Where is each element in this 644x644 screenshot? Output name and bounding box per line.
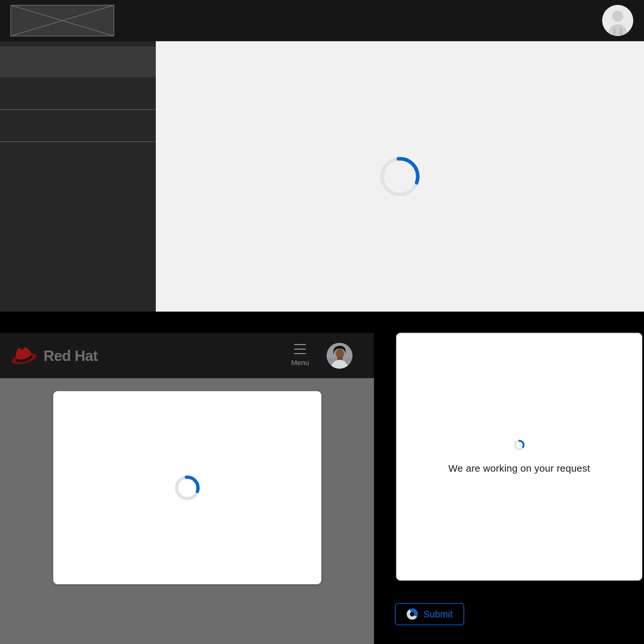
menu-label: Menu	[291, 359, 309, 367]
screen: Red Hat Menu	[0, 0, 644, 644]
nav-spacer	[0, 41, 156, 46]
hamburger-icon	[294, 344, 306, 354]
main-content-loading	[156, 41, 644, 312]
user-silhouette-icon	[602, 5, 633, 36]
loading-spinner	[174, 475, 200, 501]
submit-button-label: Submit	[423, 609, 452, 620]
redhat-fedora-icon	[9, 343, 38, 369]
top-app	[0, 0, 644, 312]
redhat-logo-text: Red Hat	[43, 347, 98, 365]
redhat-logo[interactable]: Red Hat	[9, 343, 98, 369]
loading-spinner	[514, 440, 525, 451]
request-message: We are working on your request	[448, 463, 590, 474]
menu-toggle-button[interactable]: Menu	[291, 344, 309, 367]
user-avatar[interactable]	[602, 5, 633, 36]
brand-placeholder[interactable]	[10, 5, 114, 36]
request-progress-panel: We are working on your request	[396, 333, 642, 581]
nav-divider	[0, 142, 156, 142]
redhat-mini-app: Red Hat Menu	[0, 333, 374, 644]
redhat-page-content	[0, 378, 374, 644]
masthead-controls: Menu	[291, 343, 353, 369]
loading-spinner	[380, 156, 420, 197]
submit-button[interactable]: Submit	[395, 603, 464, 625]
image-placeholder-icon	[10, 5, 114, 36]
user-photo-icon	[327, 343, 353, 369]
nav-item-1[interactable]	[0, 46, 156, 77]
loading-spinner	[406, 608, 418, 620]
redhat-masthead: Red Hat Menu	[0, 333, 374, 378]
sidebar-nav	[0, 41, 156, 312]
nav-item-3[interactable]	[0, 110, 156, 142]
user-photo-avatar[interactable]	[327, 343, 353, 369]
top-masthead	[0, 0, 644, 41]
bottom-section: Red Hat Menu	[0, 312, 644, 644]
nav-item-2[interactable]	[0, 77, 156, 109]
loading-card	[53, 391, 321, 584]
